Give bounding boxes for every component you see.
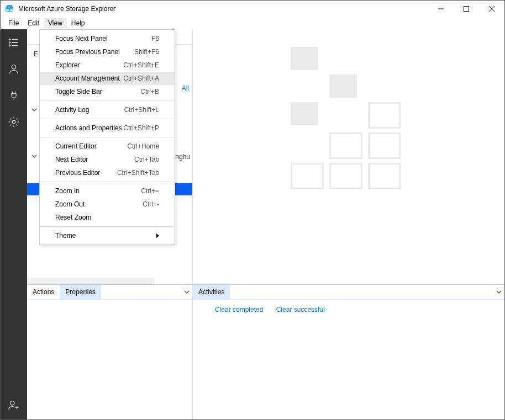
person-icon[interactable] [7, 62, 20, 76]
window-controls [428, 1, 504, 17]
gear-icon[interactable] [7, 115, 20, 129]
explorer-link-fragment[interactable]: All [182, 84, 189, 92]
menu-reset-zoom[interactable]: Reset Zoom [40, 211, 175, 224]
svg-point-8 [9, 39, 10, 40]
svg-rect-3 [10, 9, 13, 11]
app-window: Microsoft Azure Storage Explorer File Ed… [0, 0, 505, 420]
plug-icon[interactable] [7, 89, 20, 102]
chevron-down-icon[interactable] [31, 153, 37, 161]
submenu-arrow-icon [156, 233, 159, 238]
bottom-panels: Actions Properties Activities [27, 284, 504, 419]
tab-activities[interactable]: Activities [193, 285, 230, 299]
menu-help[interactable]: Help [67, 18, 90, 28]
editor-area [193, 29, 504, 284]
clear-completed-link[interactable]: Clear completed [215, 306, 263, 313]
panel-collapse-chevron[interactable] [493, 285, 504, 299]
menu-separator [40, 182, 174, 182]
close-button[interactable] [479, 1, 504, 17]
activity-bar [1, 29, 27, 419]
menu-current-editor[interactable]: Current EditorCtrl+Home [40, 140, 175, 153]
properties-body [27, 300, 192, 419]
svg-point-10 [9, 42, 10, 44]
explorer-text-fragment: E [34, 50, 38, 58]
tab-actions[interactable]: Actions [27, 285, 60, 299]
menu-toggle-side-bar[interactable]: Toggle Side BarCtrl+B [40, 85, 175, 98]
tab-properties[interactable]: Properties [60, 285, 101, 299]
chevron-down-icon[interactable] [31, 107, 37, 114]
svg-rect-5 [464, 7, 469, 12]
menu-theme[interactable]: Theme [40, 229, 175, 242]
menu-file[interactable]: File [4, 18, 23, 28]
title-bar: Microsoft Azure Storage Explorer [1, 1, 504, 17]
menu-focus-previous-panel[interactable]: Focus Previous PanelShift+F6 [40, 45, 175, 59]
add-person-icon[interactable] [7, 398, 20, 412]
explorer-text-fragment-2: nghu [175, 153, 190, 161]
clear-successful-link[interactable]: Clear successful [276, 306, 325, 313]
menu-separator [40, 226, 174, 227]
minimize-button[interactable] [428, 1, 454, 17]
right-panel-tabs: Activities [193, 285, 504, 300]
left-panel-tabs: Actions Properties [27, 285, 192, 300]
list-icon[interactable] [7, 36, 20, 49]
menu-activity-log[interactable]: Activity LogCtrl+Shift+L [40, 103, 175, 116]
menu-zoom-in[interactable]: Zoom InCtrl+= [40, 184, 175, 198]
menu-focus-next-panel[interactable]: Focus Next PanelF6 [40, 32, 175, 45]
view-menu-dropdown: Focus Next PanelF6 Focus Previous PanelS… [39, 29, 175, 245]
menu-explorer[interactable]: ExplorerCtrl+Shift+E [40, 59, 175, 72]
menu-separator [40, 100, 174, 101]
activities-panel: Activities Clear completed Clear success… [193, 285, 504, 419]
menu-previous-editor[interactable]: Previous EditorCtrl+Shift+Tab [40, 166, 175, 179]
horizontal-scrollbar[interactable] [27, 278, 154, 284]
menu-separator [40, 137, 174, 137]
svg-rect-2 [6, 9, 9, 11]
menu-bar: File Edit View Help [1, 17, 504, 29]
menu-view[interactable]: View [44, 18, 67, 28]
activities-body: Clear completed Clear successful [193, 300, 504, 419]
menu-account-management[interactable]: Account ManagementCtrl+Shift+A [40, 72, 175, 85]
app-icon [5, 4, 14, 13]
svg-point-14 [12, 65, 15, 69]
menu-next-editor[interactable]: Next EditorCtrl+Tab [40, 153, 175, 166]
watermark-logo [291, 47, 407, 179]
maximize-button[interactable] [454, 1, 479, 17]
actions-properties-panel: Actions Properties [27, 285, 193, 419]
svg-point-16 [10, 401, 14, 405]
svg-point-15 [12, 120, 15, 124]
panel-collapse-chevron[interactable] [181, 285, 192, 299]
menu-zoom-out[interactable]: Zoom OutCtrl+- [40, 198, 175, 211]
window-title: Microsoft Azure Storage Explorer [18, 5, 428, 13]
svg-rect-1 [7, 5, 12, 7]
svg-point-12 [9, 45, 10, 46]
menu-actions-and-properties[interactable]: Actions and PropertiesCtrl+Shift+P [40, 121, 175, 135]
menu-edit[interactable]: Edit [23, 18, 44, 28]
menu-separator [40, 119, 174, 119]
